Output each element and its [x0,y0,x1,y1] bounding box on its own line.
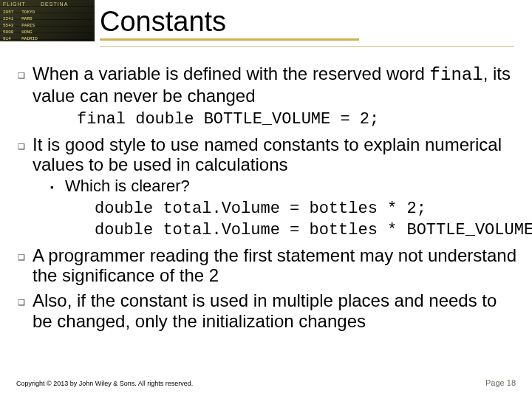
bullet-icon: ❑ [18,134,33,175]
code-line-1-text: final double BOTTLE_VOLUME = 2; [77,110,379,129]
page-number: Page 18 [485,378,516,387]
title-underline [100,46,514,47]
departure-board-image: FLIGHT DESTINA 2057 TOKYO 2241 MARS 5543… [0,0,95,41]
code-line-a-text: double total.Volume = bottles * 2; [95,199,517,219]
bullet-icon: ❑ [18,245,33,286]
code-line-b: double total.Volume = bottles * BOTTLE_V… [95,220,517,241]
bullet-1-text-a: When a variable is defined with the rese… [33,64,430,83]
copyright-footer: Copyright © 2013 by John Wiley & Sons. A… [16,380,193,387]
code-line-a: double total.Volume = bottles * 2; [95,199,517,219]
bullet-3-text: A programmer reading the first statement… [33,245,517,286]
board-col-flight: FLIGHT [3,1,26,7]
bullet-1: ❑ When a variable is defined with the re… [18,64,517,106]
bullet-3: ❑ A programmer reading the first stateme… [18,245,517,286]
bullet-icon: ❑ [18,290,33,331]
code-line-b-text: double total.Volume = bottles * BOTTLE_V… [95,220,517,241]
sub-bullet-icon: ▪ [50,177,65,197]
board-rows: 2057 TOKYO 2241 MARS 5543 PARIS 5000 HON… [3,9,38,41]
code-line-1: final double BOTTLE_VOLUME = 2; [77,110,517,129]
content-area: ❑ When a variable is defined with the re… [0,58,532,331]
slide-title: Constants [100,7,359,41]
bullet-1-code: final [430,65,483,85]
bullet-2-text: It is good style to use named constants … [33,134,517,175]
slide: FLIGHT DESTINA 2057 TOKYO 2241 MARS 5543… [0,0,532,399]
bullet-icon: ❑ [18,64,33,106]
bullet-2: ❑ It is good style to use named constant… [18,134,517,175]
header: FLIGHT DESTINA 2057 TOKYO 2241 MARS 5543… [0,0,532,58]
bullet-4: ❑ Also, if the constant is used in multi… [18,290,517,331]
sub-bullet-1-text: Which is clearer? [65,177,190,197]
bullet-1-text: When a variable is defined with the rese… [33,64,517,106]
bullet-4-text: Also, if the constant is used in multipl… [33,290,517,331]
board-col-dest: DESTINA [41,1,68,7]
sub-bullet-1: ▪ Which is clearer? [50,177,517,197]
